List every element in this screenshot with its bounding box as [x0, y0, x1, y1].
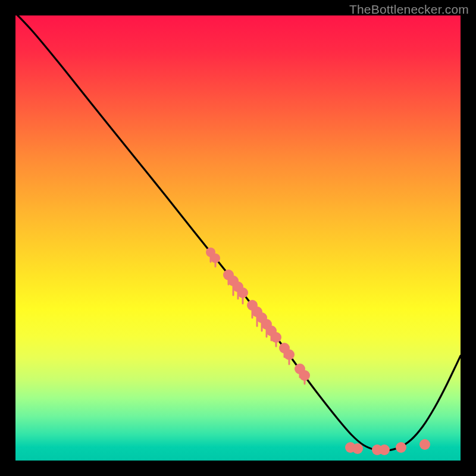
data-marker	[271, 332, 281, 343]
data-marker	[379, 444, 390, 455]
data-marker	[284, 349, 295, 360]
data-marker	[211, 253, 220, 263]
chart-container: TheBottlenecker.com	[0, 0, 476, 476]
data-marker	[419, 439, 430, 450]
watermark-text: TheBottlenecker.com	[349, 2, 469, 17]
data-marker	[299, 370, 310, 381]
data-marker	[352, 443, 363, 454]
data-marker	[237, 287, 248, 298]
plot-area	[15, 15, 461, 461]
chart-svg	[15, 15, 461, 461]
bottleneck-curve	[15, 15, 461, 450]
data-markers-group	[206, 248, 430, 455]
data-marker	[396, 442, 406, 453]
